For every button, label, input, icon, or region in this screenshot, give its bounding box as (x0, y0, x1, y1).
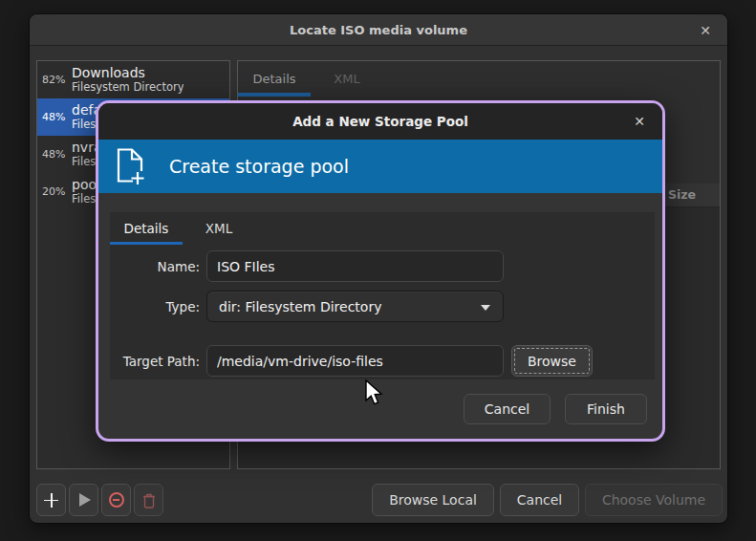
add-storage-pool-dialog: Add a New Storage Pool ✕ Create storage … (96, 100, 665, 442)
target-path-row: Target Path: Browse (110, 345, 655, 377)
window-title: Locate ISO media volume (290, 23, 467, 37)
tab-details[interactable]: Details (238, 61, 311, 97)
type-label: Type: (110, 299, 200, 314)
dialog-tab-xml[interactable]: XML (183, 212, 255, 245)
window-footer: Browse Local Cancel Choose Volume (372, 484, 723, 516)
usage-percent: 82% (37, 74, 72, 86)
stop-pool-button[interactable] (101, 484, 131, 516)
size-column-header[interactable]: Size (668, 187, 696, 202)
pool-list-item[interactable]: 82% Downloads Filesystem Directory (37, 61, 229, 98)
tab-xml[interactable]: XML (311, 61, 383, 97)
window-titlebar: Locate ISO media volume ✕ (30, 14, 727, 46)
pool-type: Filesystem Directory (72, 81, 184, 94)
trash-icon (142, 492, 156, 509)
pool-name: Downloads (72, 66, 184, 81)
usage-percent: 20% (37, 185, 72, 198)
close-icon: ✕ (634, 114, 645, 129)
dialog-finish-button[interactable]: Finish (565, 394, 647, 424)
window-close-button[interactable]: ✕ (696, 21, 715, 40)
browse-button[interactable]: Browse (511, 345, 593, 377)
browse-local-button[interactable]: Browse Local (372, 484, 494, 516)
dialog-close-button[interactable]: ✕ (630, 112, 649, 131)
banner-title: Create storage pool (169, 156, 349, 177)
pool-toolbar (36, 484, 163, 516)
cancel-button[interactable]: Cancel (500, 484, 579, 516)
add-pool-button[interactable] (36, 484, 66, 516)
name-input[interactable] (206, 250, 504, 282)
dialog-tab-details[interactable]: Details (110, 212, 183, 245)
start-pool-button[interactable] (69, 484, 98, 516)
dialog-cancel-button[interactable]: Cancel (464, 394, 551, 424)
type-select[interactable]: dir: Filesystem Directory (206, 291, 504, 322)
dialog-body: Details XML Name: Type: dir: Filesystem … (98, 193, 662, 439)
dialog-notebook: Details XML Name: Type: dir: Filesystem … (110, 212, 655, 379)
plus-icon (44, 493, 58, 508)
close-icon: ✕ (700, 23, 711, 38)
dialog-titlebar: Add a New Storage Pool ✕ (98, 103, 662, 140)
dialog-tabbar: Details XML (110, 212, 655, 245)
name-label: Name: (110, 259, 200, 274)
name-row: Name: (110, 250, 655, 282)
type-select-value: dir: Filesystem Directory (219, 299, 381, 314)
delete-pool-button[interactable] (134, 484, 163, 516)
dialog-title: Add a New Storage Pool (292, 114, 468, 129)
screen: Locate ISO media volume ✕ 82% Downloads … (0, 0, 756, 541)
target-path-label: Target Path: (110, 354, 200, 369)
play-icon (79, 493, 91, 507)
usage-percent: 48% (37, 148, 72, 161)
dialog-actions: Cancel Finish (98, 379, 662, 439)
dialog-banner: Create storage pool (98, 140, 662, 193)
usage-percent: 48% (37, 111, 72, 123)
chevron-down-icon (481, 305, 490, 311)
new-pool-icon (114, 146, 146, 186)
pane-tabbar: Details XML (238, 61, 383, 97)
choose-volume-button[interactable]: Choose Volume (585, 484, 723, 516)
target-path-input[interactable] (206, 345, 504, 377)
stop-icon (109, 492, 124, 508)
type-row: Type: dir: Filesystem Directory (110, 291, 655, 322)
